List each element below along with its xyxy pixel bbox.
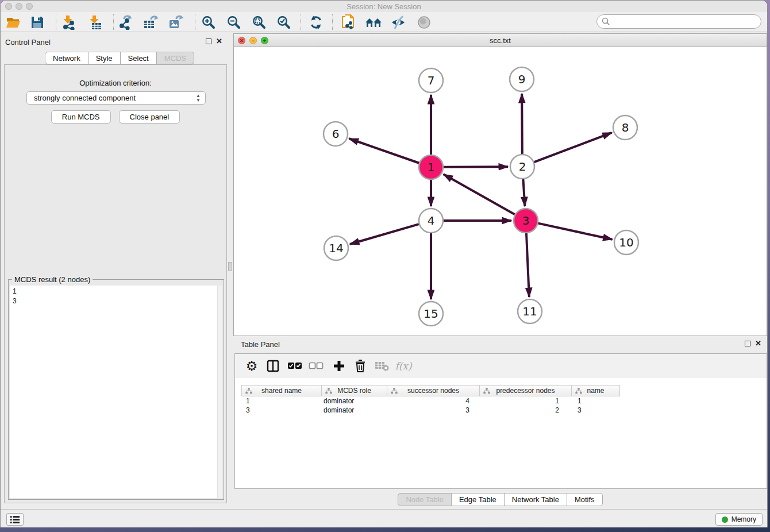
graph-node-label: 2: [519, 160, 526, 174]
run-mcds-button[interactable]: Run MCDS: [51, 110, 111, 124]
table-header: shared nameMCDS rolesuccessor nodesprede…: [241, 385, 620, 396]
network-canvas[interactable]: 1234678910111415: [234, 48, 767, 336]
graph-edge-2-9[interactable]: [522, 94, 522, 154]
control-panel-tabs: Network Style Select MCDS: [45, 52, 194, 64]
tab-node-table[interactable]: Node Table: [398, 493, 452, 506]
import-table-icon[interactable]: [86, 14, 104, 31]
memory-label: Memory: [732, 515, 756, 523]
column-header-name[interactable]: name: [572, 385, 620, 396]
split-handle[interactable]: [228, 262, 232, 271]
graph-edge-2-3[interactable]: [523, 179, 525, 206]
table-panel-tabs: Node Table Edge Table Network Table Moti…: [233, 493, 767, 506]
deselect-all-icon[interactable]: [307, 357, 325, 375]
tab-mcds[interactable]: MCDS: [157, 52, 194, 64]
graph-node-label: 6: [332, 127, 340, 141]
export-table-icon[interactable]: [142, 14, 160, 31]
table-cell[interactable]: 4: [387, 396, 480, 406]
result-scrollbar[interactable]: [217, 286, 222, 498]
gear-icon[interactable]: ⚙: [242, 357, 261, 375]
open-file-icon[interactable]: [4, 14, 22, 31]
select-stepper-icon: ▲▼: [196, 94, 201, 103]
list-icon: [10, 515, 20, 524]
graph-node-label: 11: [522, 304, 537, 318]
column-header-label: name: [587, 387, 604, 395]
zoom-fit-icon[interactable]: [250, 14, 268, 31]
memory-button[interactable]: Memory: [715, 513, 763, 526]
column-header-predecessor-nodes[interactable]: predecessor nodes: [480, 385, 572, 396]
criterion-select[interactable]: strongly connected component ▲▼: [26, 91, 206, 105]
column-view-icon[interactable]: [264, 357, 282, 375]
tab-select[interactable]: Select: [121, 52, 157, 64]
mcds-result-area[interactable]: 1 3: [10, 286, 222, 498]
export-image-icon[interactable]: [167, 14, 186, 31]
tab-network-table[interactable]: Network Table: [505, 493, 567, 506]
show-all-icon[interactable]: [415, 14, 433, 31]
graph-node-label: 8: [622, 121, 629, 134]
hide-selected-icon[interactable]: [389, 14, 407, 31]
table-row[interactable]: 1dominator411: [241, 396, 620, 406]
table-cell[interactable]: 1: [572, 396, 620, 406]
criterion-value: strongly connected component: [34, 94, 136, 102]
table-cell[interactable]: 1: [480, 396, 572, 406]
graph-edge-3-10[interactable]: [538, 223, 612, 240]
graph-node-label: 1: [428, 160, 435, 174]
graph-edge-1-2[interactable]: [444, 167, 508, 167]
control-panel-float-icon[interactable]: [206, 38, 211, 44]
table-cell[interactable]: 1: [241, 396, 322, 406]
memory-status-icon: [722, 516, 728, 523]
network-window-title: scc.txt: [234, 36, 767, 45]
desktop-background: Session: New Session: [0, 0, 770, 532]
graph-node-label: 10: [619, 236, 633, 249]
column-header-label: shared name: [261, 387, 302, 395]
mcds-result-title: MCDS result (2 nodes): [12, 275, 93, 284]
column-header-successor-nodes[interactable]: successor nodes: [387, 385, 480, 396]
zoom-in-icon[interactable]: [199, 14, 218, 31]
new-network-from-selection-icon[interactable]: [339, 14, 357, 31]
close-panel-button[interactable]: Close panel: [119, 110, 180, 124]
delete-table-icon[interactable]: [373, 357, 391, 375]
function-builder-icon[interactable]: f(x): [394, 357, 413, 375]
zoom-out-icon[interactable]: [225, 14, 243, 31]
tab-style[interactable]: Style: [88, 52, 121, 64]
mcds-panel: Optimization criterion: strongly connect…: [4, 64, 227, 503]
add-column-icon[interactable]: [330, 357, 348, 375]
graph-edge-2-8[interactable]: [534, 133, 612, 162]
table-cell[interactable]: 3: [241, 406, 322, 415]
mcds-result-group: MCDS result (2 nodes) 1 3: [8, 279, 224, 500]
app-titlebar: Session: New Session: [1, 1, 767, 12]
export-network-icon[interactable]: [117, 14, 135, 31]
table-panel-close-icon[interactable]: ✕: [755, 341, 761, 346]
table-row[interactable]: 3dominator323: [241, 406, 620, 415]
graph-node-label: 4: [428, 214, 435, 228]
save-session-icon[interactable]: [28, 14, 47, 31]
import-network-icon[interactable]: [59, 14, 78, 31]
zoom-selected-icon[interactable]: [275, 14, 293, 31]
search-input[interactable]: [613, 17, 761, 26]
graph-edge-4-14[interactable]: [350, 224, 419, 244]
table-panel-float-icon[interactable]: [745, 341, 750, 346]
graph-edge-3-1[interactable]: [444, 174, 515, 214]
tab-edge-table[interactable]: Edge Table: [452, 493, 505, 506]
column-header-shared-name[interactable]: shared name: [241, 385, 322, 396]
search-icon: [602, 17, 610, 26]
table-cell[interactable]: 3: [387, 406, 480, 415]
table-cell[interactable]: 3: [572, 406, 620, 415]
delete-column-icon[interactable]: [351, 357, 369, 375]
table-cell[interactable]: dominator: [322, 406, 387, 415]
graph-edge-3-11[interactable]: [526, 233, 529, 297]
toolbar-separator: [301, 14, 301, 30]
tab-network[interactable]: Network: [45, 52, 88, 64]
graph-edge-1-6[interactable]: [349, 138, 419, 163]
select-all-icon[interactable]: [286, 357, 304, 375]
control-panel-close-icon[interactable]: ✕: [216, 38, 222, 44]
app-title: Session: New Session: [1, 2, 767, 11]
first-neighbors-icon[interactable]: [364, 14, 383, 31]
refresh-icon[interactable]: [307, 14, 325, 31]
column-header-MCDS-role[interactable]: MCDS role: [322, 385, 387, 396]
task-history-button[interactable]: [6, 513, 24, 526]
table-cell[interactable]: 2: [480, 406, 572, 415]
tab-motifs[interactable]: Motifs: [567, 493, 603, 506]
network-window-titlebar[interactable]: ✕ − + scc.txt: [234, 34, 767, 47]
search-box: [596, 14, 761, 29]
table-cell[interactable]: dominator: [322, 396, 387, 406]
